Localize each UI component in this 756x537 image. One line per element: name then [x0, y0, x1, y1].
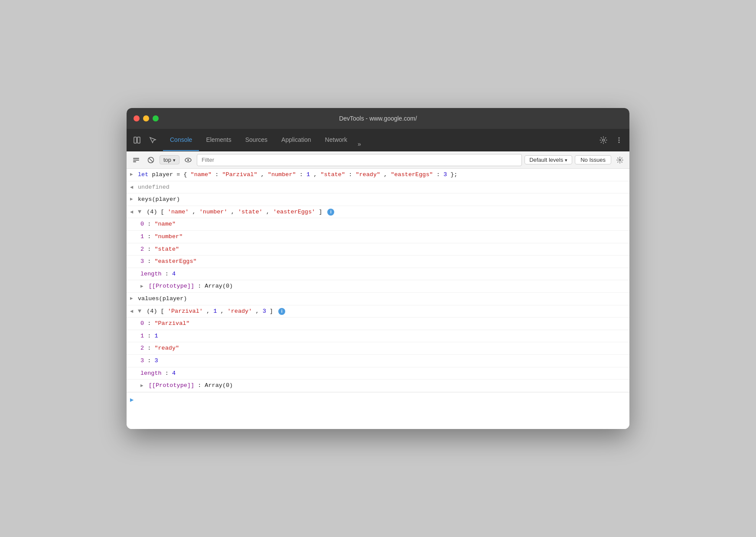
- expand-arrow[interactable]: ▶: [130, 195, 138, 203]
- svg-point-3: [619, 137, 620, 138]
- row-content: ▶ [[Prototype]] : Array(0): [140, 282, 629, 291]
- dock-icon[interactable]: [130, 133, 144, 147]
- row-content: ▶ [[Prototype]] : Array(0): [140, 381, 629, 390]
- svg-rect-0: [134, 137, 137, 143]
- row-content: 3 : "easterEggs": [140, 257, 629, 266]
- array-item-row: 3 : 3: [127, 355, 629, 367]
- svg-rect-8: [133, 161, 136, 162]
- context-label: top: [163, 157, 171, 163]
- expand-arrow[interactable]: ▶: [130, 294, 138, 303]
- info-badge-2[interactable]: i: [278, 308, 285, 315]
- array-item-row: 0 : "name": [127, 218, 629, 231]
- svg-point-12: [187, 159, 189, 161]
- console-toolbar: top Default levels No Issues: [127, 151, 629, 169]
- svg-rect-7: [133, 160, 139, 160]
- more-tabs-button[interactable]: »: [354, 137, 365, 151]
- row-content: 0 : "name": [140, 219, 629, 229]
- row-content: 2 : "state": [140, 245, 629, 254]
- eye-icon[interactable]: [182, 154, 194, 166]
- more-options-icon[interactable]: [612, 133, 626, 147]
- row-content: ▼ (4) [ 'name' , 'number' , 'state' , 'e…: [138, 207, 629, 217]
- array-result-row: ◀ ▼ (4) [ 'name' , 'number' , 'state' , …: [127, 206, 629, 219]
- block-icon[interactable]: [145, 154, 157, 166]
- window-title: DevTools - www.google.com/: [339, 115, 417, 122]
- console-row: ▶ let player = { "name" : "Parzival" , "…: [127, 169, 629, 181]
- svg-point-2: [603, 139, 605, 141]
- row-content: 2 : "ready": [140, 344, 629, 353]
- tab-sources[interactable]: Sources: [238, 129, 274, 151]
- expand-arrow[interactable]: ▶: [130, 170, 138, 179]
- array-item-row: 0 : "Parzival": [127, 318, 629, 330]
- tab-application[interactable]: Application: [274, 129, 318, 151]
- console-row: ▶ keys(player): [127, 193, 629, 206]
- svg-rect-1: [137, 137, 140, 143]
- row-content: 1 : "number": [140, 232, 629, 242]
- array-item-row: 2 : "state": [127, 243, 629, 256]
- toolbar-icons: [130, 133, 160, 147]
- expand-toggle[interactable]: ▼: [138, 209, 141, 215]
- array-item-row: 1 : 1: [127, 330, 629, 343]
- row-content: 3 : 3: [140, 356, 629, 366]
- console-row: ◀ undefined: [127, 181, 629, 194]
- array-item-row: 3 : "easterEggs": [127, 255, 629, 268]
- svg-point-4: [619, 139, 620, 141]
- row-prefix: ◀: [130, 183, 138, 192]
- prototype-row-2: ▶ [[Prototype]] : Array(0): [127, 380, 629, 392]
- console-prompt: ▶: [130, 395, 134, 405]
- tabs: Console Elements Sources Application Net…: [163, 129, 596, 151]
- expand-icon[interactable]: ▶: [140, 284, 143, 289]
- chevron-down-icon: [565, 157, 567, 163]
- levels-select[interactable]: Default levels: [525, 155, 572, 164]
- toolbar: Console Elements Sources Application Net…: [127, 129, 629, 151]
- svg-rect-6: [133, 158, 139, 159]
- context-selector[interactable]: top: [160, 155, 179, 164]
- array-item-row: 1 : "number": [127, 231, 629, 243]
- titlebar: DevTools - www.google.com/: [127, 108, 629, 129]
- tab-network[interactable]: Network: [318, 129, 354, 151]
- maximize-button[interactable]: [153, 115, 159, 121]
- expand-toggle-2[interactable]: ▼: [138, 308, 141, 314]
- length-row-2: length : 4: [127, 367, 629, 380]
- row-content: values(player): [138, 294, 629, 304]
- no-issues-button[interactable]: No Issues: [575, 155, 611, 164]
- minimize-button[interactable]: [143, 115, 149, 121]
- collapse-arrow-2[interactable]: ◀: [130, 307, 138, 316]
- console-input-row: ▶: [127, 392, 629, 407]
- svg-point-5: [619, 141, 620, 143]
- console-settings-icon[interactable]: [614, 154, 626, 166]
- clear-console-icon[interactable]: [130, 154, 142, 166]
- traffic-lights: [134, 115, 159, 121]
- row-content: undefined: [138, 183, 629, 192]
- tab-elements[interactable]: Elements: [199, 129, 238, 151]
- expand-icon-2[interactable]: ▶: [140, 383, 143, 388]
- row-content: length : 4: [140, 269, 629, 279]
- info-badge[interactable]: i: [327, 209, 334, 216]
- svg-line-10: [149, 158, 153, 162]
- row-content: length : 4: [140, 369, 629, 378]
- devtools-window: DevTools - www.google.com/ Console Eleme: [127, 108, 629, 429]
- array-item-row: 2 : "ready": [127, 342, 629, 355]
- console-content: ▶ let player = { "name" : "Parzival" , "…: [127, 169, 629, 429]
- length-row: length : 4: [127, 268, 629, 281]
- collapse-arrow[interactable]: ◀: [130, 207, 138, 216]
- inspect-icon[interactable]: [146, 133, 160, 147]
- row-content: ▼ (4) [ 'Parzival' , 1 , 'ready' , 3 ] i: [138, 307, 629, 316]
- chevron-down-icon: [173, 157, 176, 163]
- console-input[interactable]: [137, 396, 626, 403]
- array-result-row-2: ◀ ▼ (4) [ 'Parzival' , 1 , 'ready' , 3 ]…: [127, 305, 629, 318]
- row-content: let player = { "name" : "Parzival" , "nu…: [138, 170, 629, 180]
- toolbar-right: [596, 133, 626, 147]
- tab-console[interactable]: Console: [163, 129, 199, 151]
- prototype-row: ▶ [[Prototype]] : Array(0): [127, 280, 629, 293]
- close-button[interactable]: [134, 115, 140, 121]
- filter-input[interactable]: [197, 154, 522, 166]
- row-content: keys(player): [138, 195, 629, 204]
- settings-icon[interactable]: [596, 133, 610, 147]
- row-content: 0 : "Parzival": [140, 319, 629, 328]
- console-row: ▶ values(player): [127, 293, 629, 305]
- row-content: 1 : 1: [140, 331, 629, 341]
- svg-point-13: [619, 159, 621, 160]
